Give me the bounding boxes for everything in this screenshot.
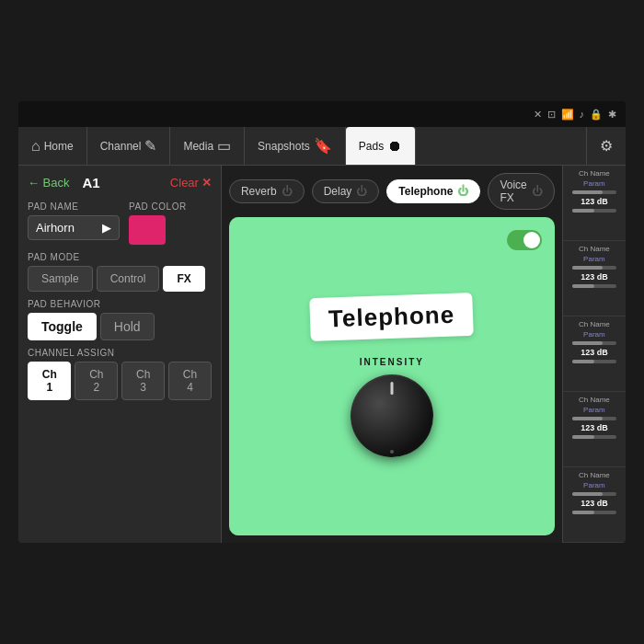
ch-strip-2: Ch Name Param 123 dB: [563, 241, 626, 316]
back-label: ← Back: [28, 176, 70, 190]
nav-channel[interactable]: Channel ✎: [87, 127, 171, 165]
ch-name-3: Ch Name: [579, 320, 610, 328]
lock-icon: 🔒: [590, 109, 603, 121]
fx-tab-delay[interactable]: Delay ⏻: [312, 179, 380, 203]
nav-home-label: Home: [44, 140, 74, 153]
ch-strip-5: Ch Name Param 123 dB: [563, 467, 626, 543]
clear-button[interactable]: Clear ✕: [170, 176, 212, 190]
telephone-power-icon[interactable]: ⏻: [457, 185, 468, 198]
mode-fx-button[interactable]: FX: [163, 266, 204, 292]
clear-x-icon: ✕: [201, 176, 212, 190]
nav-snapshots[interactable]: Snapshots 🔖: [245, 127, 346, 165]
ch-param-1: Param: [583, 179, 605, 188]
left-panel: ← Back A1 Clear ✕ Pad Name Airhorn ▶: [18, 166, 222, 543]
ch-strip-3: Ch Name Param 123 dB: [563, 316, 626, 392]
wifi-icon: 📶: [561, 109, 574, 121]
pads-icon: ⏺: [387, 138, 402, 155]
nav-home[interactable]: ⌂ Home: [18, 127, 87, 165]
pad-behavior-row: Pad Behavior Toggle Hold: [28, 299, 212, 340]
ch-fader-5b[interactable]: [572, 511, 616, 514]
nav-settings[interactable]: ⚙: [586, 127, 626, 165]
pad-name-value: Airhorn: [36, 221, 75, 235]
panel-header: ← Back A1 Clear ✕: [28, 175, 212, 190]
reverb-power-icon[interactable]: ⏻: [282, 185, 293, 198]
ch-fader-2[interactable]: [572, 266, 616, 270]
home-icon: ⌂: [31, 138, 40, 155]
pad-behavior-group: Toggle Hold: [28, 313, 212, 340]
fx-name-display: Telephone: [310, 293, 475, 341]
channel-assign-label: Channel Assign: [28, 348, 212, 358]
fx-content-area: Telephone INTENSITY: [229, 217, 555, 535]
channel-3-button[interactable]: Ch 3: [121, 362, 165, 400]
mode-control-button[interactable]: Control: [97, 266, 160, 292]
delay-label: Delay: [324, 185, 352, 198]
ch-param-4: Param: [583, 406, 605, 414]
telephone-label: Telephone: [398, 185, 453, 198]
knob-marker: [390, 382, 393, 395]
channel-assign-group: Ch 1 Ch 2 Ch 3 Ch 4: [28, 362, 212, 400]
intensity-knob[interactable]: [351, 374, 433, 457]
signal-icon: ⊡: [547, 109, 556, 121]
pad-mode-group: Sample Control FX: [28, 266, 212, 292]
nav-media[interactable]: Media ▭: [170, 127, 245, 165]
nav-pads-label: Pads: [359, 140, 384, 153]
ch-fader-1b[interactable]: [572, 209, 616, 213]
pad-mode-row: Pad Mode Sample Control FX: [28, 252, 212, 292]
nav-snapshots-label: Snapshots: [258, 140, 310, 153]
ch-name-2: Ch Name: [579, 245, 610, 253]
knob-dot: [390, 450, 394, 454]
bluetooth-icon: ✱: [608, 109, 616, 121]
main-screen: ✕ ⊡ 📶 ♪ 🔒 ✱ ⌂ Home Channel ✎ Media ▭ Sna…: [18, 101, 626, 543]
ch-fader-3b[interactable]: [572, 360, 616, 363]
nav-bar: ⌂ Home Channel ✎ Media ▭ Snapshots 🔖 Pad…: [18, 127, 626, 166]
ch-strip-1: Ch Name Param 123 dB: [563, 166, 626, 241]
channel-assign-row: Channel Assign Ch 1 Ch 2 Ch 3 Ch 4: [28, 348, 212, 400]
pad-behavior-label: Pad Behavior: [28, 299, 212, 309]
fx-tabs: Reverb ⏻ Delay ⏻ Telephone ⏻ Voice FX ⏻: [229, 173, 555, 210]
delay-power-icon[interactable]: ⏻: [356, 185, 367, 198]
ch-fader-5[interactable]: [572, 492, 616, 496]
intensity-label: INTENSITY: [360, 357, 424, 367]
right-sidebar: Ch Name Param 123 dB Ch Name Param 123 d…: [562, 166, 626, 543]
fx-enabled-toggle[interactable]: [507, 230, 542, 250]
fx-tab-voicefx[interactable]: Voice FX ⏻: [488, 173, 554, 210]
pad-id-label: A1: [83, 175, 100, 190]
pad-color-field-label: Pad Color: [129, 201, 187, 212]
ch-name-1: Ch Name: [579, 169, 610, 178]
nav-channel-label: Channel: [100, 140, 142, 153]
voicefx-label: Voice FX: [500, 178, 526, 204]
fx-tab-reverb[interactable]: Reverb ⏻: [229, 179, 305, 203]
fx-tab-telephone[interactable]: Telephone ⏻: [386, 179, 480, 203]
nav-pads[interactable]: Pads ⏺: [346, 127, 416, 165]
ch-param-5: Param: [583, 481, 605, 489]
pad-mode-label: Pad Mode: [28, 252, 212, 262]
clear-label: Clear: [170, 176, 199, 190]
status-bar: ✕ ⊡ 📶 ♪ 🔒 ✱: [18, 101, 626, 127]
ch-fader-1[interactable]: [572, 190, 616, 194]
fx-toggle-knob: [523, 232, 540, 248]
ch-fader-4[interactable]: [572, 417, 616, 420]
pad-color-picker[interactable]: [129, 215, 166, 245]
voicefx-power-icon[interactable]: ⏻: [532, 185, 543, 198]
channel-4-button[interactable]: Ch 4: [168, 362, 212, 400]
ch-value-4: 123 dB: [581, 423, 608, 432]
pad-name-field-label: Pad Name: [28, 201, 120, 212]
behavior-hold-button[interactable]: Hold: [100, 313, 155, 340]
pad-name-select[interactable]: Airhorn ▶: [28, 215, 120, 240]
ch-name-4: Ch Name: [579, 396, 610, 404]
bookmark-icon: 🔖: [314, 137, 332, 155]
behavior-toggle-button[interactable]: Toggle: [28, 313, 97, 340]
ch-fader-3[interactable]: [572, 341, 616, 345]
pad-name-color-row: Pad Name Airhorn ▶ Pad Color: [28, 201, 212, 245]
ch-param-2: Param: [583, 255, 605, 263]
channel-2-button[interactable]: Ch 2: [75, 362, 118, 400]
ch-strip-4: Ch Name Param 123 dB: [563, 392, 626, 467]
fx-panel: Reverb ⏻ Delay ⏻ Telephone ⏻ Voice FX ⏻: [222, 166, 562, 543]
mode-sample-button[interactable]: Sample: [28, 266, 93, 292]
back-button[interactable]: ← Back: [28, 176, 70, 190]
channel-1-button[interactable]: Ch 1: [28, 362, 71, 400]
ch-fader-2b[interactable]: [572, 284, 616, 288]
ch-fader-4b[interactable]: [572, 435, 616, 439]
media-icon: ▭: [217, 137, 231, 155]
ch-value-2: 123 dB: [581, 272, 608, 282]
